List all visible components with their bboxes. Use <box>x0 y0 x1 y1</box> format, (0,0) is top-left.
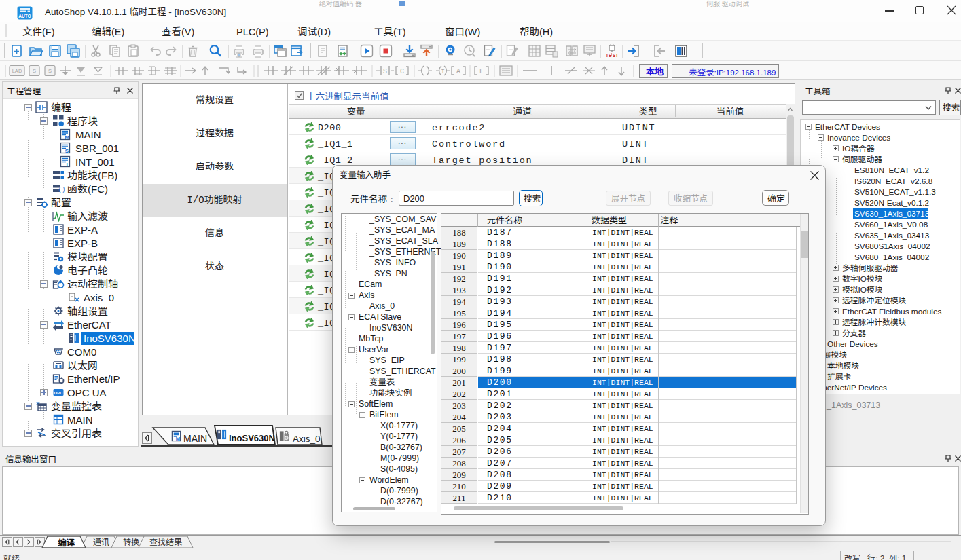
svg-text:M: M <box>176 436 180 442</box>
svg-text:AUTO: AUTO <box>18 14 31 18</box>
svg-text:A: A <box>456 68 460 75</box>
svg-text:S: S <box>33 68 36 74</box>
svg-text:OPC: OPC <box>54 391 63 395</box>
svg-text:S: S <box>48 68 52 74</box>
svg-text:I: I <box>441 68 445 75</box>
svg-text:S: S <box>65 148 69 154</box>
svg-text:ST: ST <box>613 53 618 58</box>
svg-text:LAD: LAD <box>12 68 22 74</box>
svg-text:S: S <box>383 68 387 75</box>
svg-text:I: I <box>66 162 67 168</box>
svg-text:(): () <box>58 187 65 193</box>
svg-text:M: M <box>65 134 69 141</box>
svg-text:F: F <box>479 68 484 75</box>
svg-text:C: C <box>400 68 404 75</box>
